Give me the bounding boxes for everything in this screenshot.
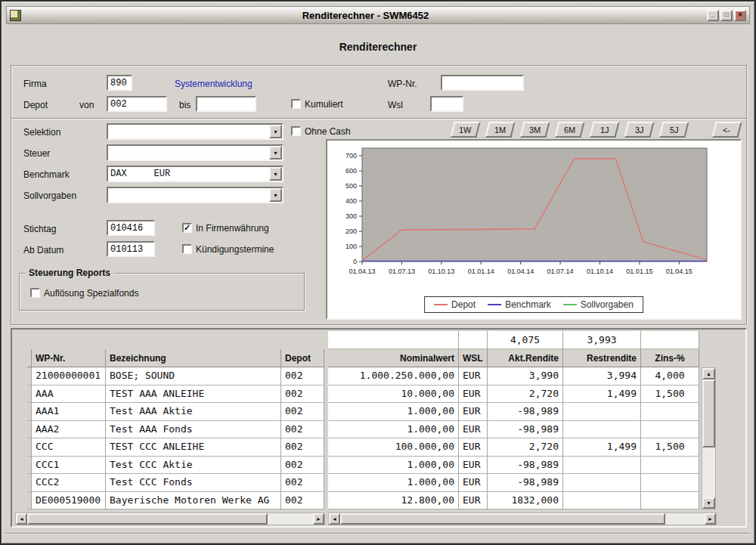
scroll-left-button[interactable]: ◄: [16, 513, 27, 525]
maximize-button[interactable]: □: [720, 10, 733, 21]
table-row[interactable]: 10.000,00EUR2,7201,4991,500: [328, 386, 700, 404]
benchmark-dropdown[interactable]: DAX EUR ▼: [107, 166, 284, 182]
period-button-6m[interactable]: 6M: [554, 122, 584, 138]
column-header[interactable]: Depot: [281, 349, 324, 367]
depot-von-input[interactable]: [107, 96, 167, 112]
vertical-scroll-track[interactable]: [702, 447, 715, 497]
period-button-5j[interactable]: 5J: [658, 122, 689, 138]
cell[interactable]: 1.000,00: [328, 403, 459, 421]
chevron-down-icon[interactable]: ▼: [269, 188, 282, 202]
cell[interactable]: 1.000,00: [328, 457, 459, 475]
cell[interactable]: 1,500: [641, 438, 699, 457]
cell[interactable]: EUR: [459, 421, 488, 439]
cell[interactable]: 3,994: [563, 367, 641, 386]
chevron-down-icon[interactable]: ▼: [269, 146, 282, 159]
column-header[interactable]: Zins-%: [641, 349, 699, 367]
cell[interactable]: 1.000.250.000,00: [328, 367, 459, 386]
cell[interactable]: [563, 474, 641, 492]
cell[interactable]: 002: [281, 492, 324, 510]
scroll-right-button[interactable]: ►: [705, 513, 716, 525]
cell[interactable]: CCC1: [32, 457, 106, 475]
minimize-button[interactable]: _: [707, 10, 719, 21]
cell[interactable]: [641, 421, 699, 439]
cell[interactable]: Test CCC Fonds: [106, 474, 281, 492]
column-header[interactable]: Akt.Rendite: [488, 349, 563, 367]
vertical-scroll-thumb[interactable]: [702, 379, 715, 447]
cell[interactable]: AAA: [32, 386, 106, 404]
cell[interactable]: DE000519000: [32, 492, 106, 510]
cell[interactable]: CCC2: [32, 474, 106, 492]
cell[interactable]: 002: [281, 403, 324, 421]
right-horizontal-scrollbar[interactable]: ◄ ►: [328, 512, 717, 525]
cell[interactable]: 002: [281, 386, 324, 404]
cell[interactable]: EUR: [459, 457, 488, 475]
table-row[interactable]: 1.000,00EUR-98,989: [328, 403, 700, 421]
stichtag-input[interactable]: [107, 220, 155, 236]
column-header[interactable]: WSL: [459, 349, 488, 367]
cell[interactable]: -98,989: [488, 421, 563, 439]
column-header[interactable]: Nominalwert: [328, 349, 459, 367]
firma-input[interactable]: [107, 75, 132, 91]
cell[interactable]: 1832,000: [488, 492, 563, 510]
cell[interactable]: TEST AAA ANLEIHE: [106, 386, 281, 404]
cell[interactable]: Test CCC Aktie: [106, 457, 281, 475]
cell[interactable]: [563, 457, 641, 475]
left-horizontal-scrollbar[interactable]: ◄ ►: [15, 512, 325, 525]
table-row[interactable]: 1.000.250.000,00EUR3,9903,9944,000: [328, 367, 700, 386]
chevron-down-icon[interactable]: ▼: [269, 167, 282, 181]
column-header[interactable]: Bezeichnung: [106, 349, 281, 367]
in-firmenwaehrung-checkbox[interactable]: ✓ In Firmenwährung: [182, 222, 269, 234]
cell[interactable]: 002: [281, 421, 324, 439]
table-row[interactable]: 1.000,00EUR-98,989: [328, 474, 700, 492]
cell[interactable]: TEST CCC ANLEIHE: [106, 438, 281, 457]
table-row[interactable]: 12.800,00EUR1832,000: [328, 492, 700, 510]
cell[interactable]: 002: [281, 457, 324, 475]
table-row[interactable]: 1.000,00EUR-98,989: [328, 457, 700, 475]
ohne-cash-checkbox[interactable]: Ohne Cash: [291, 125, 351, 137]
kuendigungstermine-checkbox[interactable]: Kündigungstermine: [182, 243, 274, 255]
horizontal-scroll-thumb[interactable]: [340, 513, 665, 525]
cell[interactable]: 1.000,00: [328, 421, 459, 439]
cell[interactable]: [563, 421, 641, 439]
kumuliert-checkbox[interactable]: Kumuliert: [291, 98, 343, 110]
column-header[interactable]: Restrendite: [563, 349, 641, 367]
table-row[interactable]: 100.000,00EUR2,7201,4991,500: [328, 438, 700, 457]
steuer-dropdown[interactable]: ▼: [107, 144, 284, 161]
cell[interactable]: 2,720: [488, 438, 563, 457]
cell[interactable]: 21000000001: [32, 367, 106, 386]
scroll-up-button[interactable]: ▲: [702, 368, 715, 379]
table-row[interactable]: AAA2Test AAA Fonds002: [27, 421, 325, 439]
scroll-left-button[interactable]: ◄: [329, 513, 340, 525]
cell[interactable]: -98,989: [488, 403, 563, 421]
horizontal-scroll-thumb[interactable]: [27, 513, 268, 525]
cell[interactable]: EUR: [459, 474, 488, 492]
aufloesung-spezialfonds-checkbox[interactable]: Auflösung Spezialfonds: [30, 287, 138, 299]
table-row[interactable]: 1.000,00EUR-98,989: [328, 421, 700, 439]
ab-datum-input[interactable]: [107, 241, 155, 257]
cell[interactable]: 002: [281, 438, 324, 457]
table-row[interactable]: AAA1Test AAA Aktie002: [27, 403, 325, 421]
scroll-right-button[interactable]: ►: [313, 513, 324, 525]
cell[interactable]: 12.800,00: [328, 492, 459, 510]
cell[interactable]: EUR: [459, 367, 488, 386]
cell[interactable]: CCC: [32, 438, 106, 457]
cell[interactable]: 002: [281, 474, 324, 492]
cell[interactable]: 1,499: [563, 438, 641, 457]
horizontal-scroll-track[interactable]: [665, 513, 705, 525]
table-row[interactable]: 21000000001BOSE; SOUND002: [27, 367, 325, 386]
scroll-down-button[interactable]: ▼: [702, 497, 715, 509]
cell[interactable]: 1,499: [563, 386, 641, 404]
cell[interactable]: Test AAA Aktie: [106, 403, 281, 421]
selektion-dropdown[interactable]: ▼: [107, 123, 284, 140]
cell[interactable]: EUR: [459, 492, 488, 510]
cell[interactable]: Bayerische Motoren Werke AG: [106, 492, 281, 510]
period-button-1j[interactable]: 1J: [589, 122, 619, 138]
chevron-down-icon[interactable]: ▼: [269, 125, 282, 138]
table-vertical-scrollbar[interactable]: ▲ ▼: [702, 367, 716, 509]
cell[interactable]: -98,989: [488, 474, 563, 492]
horizontal-scroll-track[interactable]: [268, 513, 313, 525]
table-row[interactable]: CCC1Test CCC Aktie002: [27, 457, 325, 475]
cell[interactable]: BOSE; SOUND: [106, 367, 281, 386]
cell[interactable]: 1,500: [641, 386, 699, 404]
cell[interactable]: 2,720: [488, 386, 563, 404]
